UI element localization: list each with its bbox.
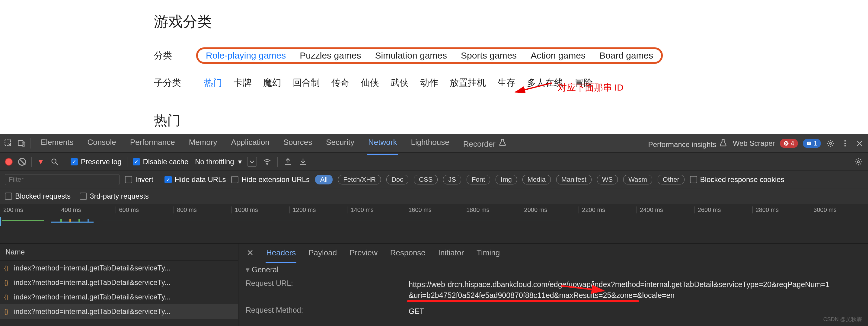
detail-tab-preview[interactable]: Preview bbox=[349, 244, 378, 262]
type-pill-js[interactable]: JS bbox=[443, 175, 461, 184]
record-button[interactable] bbox=[5, 158, 13, 166]
disclosure-triangle-icon: ▾ bbox=[246, 265, 252, 274]
wifi-icon[interactable] bbox=[262, 157, 272, 167]
type-pill-font[interactable]: Font bbox=[467, 175, 490, 184]
general-section[interactable]: ▾ General bbox=[246, 265, 861, 274]
blocked-cookies-checkbox[interactable]: Blocked response cookies bbox=[690, 175, 784, 184]
subcategory-item[interactable]: 放置挂机 bbox=[450, 77, 486, 89]
type-pill-fetch[interactable]: Fetch/XHR bbox=[338, 175, 381, 184]
third-party-checkbox[interactable]: 3rd-party requests bbox=[80, 192, 149, 201]
timeline-bars bbox=[0, 217, 868, 227]
subcategory-item[interactable]: 武侠 bbox=[391, 77, 409, 89]
error-badge[interactable]: 4 bbox=[780, 139, 798, 148]
detail-tab-payload[interactable]: Payload bbox=[308, 244, 337, 262]
kv-label: Request Method: bbox=[246, 306, 409, 315]
hide-ext-urls-checkbox[interactable]: Hide extension URLs bbox=[231, 175, 309, 184]
devtools-tabs: Elements Console Performance Memory Appl… bbox=[39, 134, 508, 153]
category-item[interactable]: Puzzles games bbox=[300, 51, 361, 61]
tick: 3000 ms bbox=[810, 206, 868, 213]
subcategory-label: 子分类 bbox=[154, 77, 196, 89]
type-pill-doc[interactable]: Doc bbox=[386, 175, 408, 184]
tick: 2000 ms bbox=[521, 206, 579, 213]
disable-cache-checkbox[interactable]: ✓Disable cache bbox=[133, 157, 189, 166]
flask-icon bbox=[718, 138, 728, 148]
inspect-icon[interactable] bbox=[4, 139, 13, 148]
tick: 800 ms bbox=[174, 206, 231, 213]
kv-value[interactable]: https://web-drcn.hispace.dbankcloud.com/… bbox=[409, 279, 861, 301]
svg-point-15 bbox=[858, 160, 860, 163]
kv-label: Request URL: bbox=[246, 279, 409, 288]
invert-checkbox[interactable]: Invert bbox=[125, 175, 153, 184]
detail-tab-initiator[interactable]: Initiator bbox=[438, 244, 464, 262]
clear-button[interactable] bbox=[18, 158, 26, 166]
tab-console[interactable]: Console bbox=[86, 134, 117, 153]
blocked-requests-checkbox[interactable]: Blocked requests bbox=[5, 192, 71, 201]
type-pill-all[interactable]: All bbox=[315, 175, 333, 184]
upload-icon[interactable] bbox=[283, 157, 293, 167]
detail-tab-response[interactable]: Response bbox=[390, 244, 426, 262]
gear-icon[interactable] bbox=[854, 157, 863, 167]
category-item[interactable]: Action games bbox=[531, 51, 586, 61]
tab-web-scraper[interactable]: Web Scraper bbox=[733, 139, 775, 148]
kebab-icon[interactable] bbox=[840, 139, 850, 148]
svg-point-11 bbox=[844, 145, 846, 146]
device-toolbar-icon[interactable] bbox=[17, 139, 27, 148]
tab-performance[interactable]: Performance bbox=[129, 134, 176, 153]
subcategory-item[interactable]: 卡牌 bbox=[234, 77, 252, 89]
type-pill-other[interactable]: Other bbox=[658, 175, 684, 184]
close-icon[interactable] bbox=[855, 139, 864, 148]
tab-lighthouse[interactable]: Lighthouse bbox=[409, 134, 450, 153]
filter-input[interactable] bbox=[5, 174, 120, 185]
category-item[interactable]: Board games bbox=[599, 51, 653, 61]
subcategory-item[interactable]: 热门 bbox=[204, 77, 222, 89]
network-timeline[interactable]: 200 ms 400 ms 600 ms 800 ms 1000 ms 1200… bbox=[0, 204, 868, 243]
detail-tab-timing[interactable]: Timing bbox=[476, 244, 500, 262]
request-row[interactable]: {}index?method=internal.getTabDetail&ser… bbox=[0, 304, 238, 319]
category-item[interactable]: Simulation games bbox=[375, 51, 447, 61]
tab-elements[interactable]: Elements bbox=[39, 134, 74, 153]
filter-toggle-icon[interactable]: ▼ bbox=[37, 157, 44, 166]
web-page-panel: 游戏分类 分类 Role-playing games Puzzles games… bbox=[0, 0, 868, 134]
tab-sources[interactable]: Sources bbox=[282, 134, 313, 153]
tab-network[interactable]: Network bbox=[367, 134, 398, 153]
tick: 2200 ms bbox=[579, 206, 637, 213]
type-pill-media[interactable]: Media bbox=[522, 175, 551, 184]
tab-application[interactable]: Application bbox=[230, 134, 271, 153]
svg-point-14 bbox=[267, 164, 268, 165]
type-pill-img[interactable]: Img bbox=[496, 175, 517, 184]
preserve-log-checkbox[interactable]: ✓Preserve log bbox=[71, 157, 122, 166]
request-row[interactable]: {}index?method=internal.getTabDetail&ser… bbox=[0, 290, 238, 304]
category-item[interactable]: Role-playing games bbox=[206, 51, 286, 61]
detail-tabs: ✕ Headers Payload Preview Response Initi… bbox=[239, 244, 868, 262]
type-pill-css[interactable]: CSS bbox=[414, 175, 438, 184]
subcategory-item[interactable]: 魔幻 bbox=[263, 77, 281, 89]
separator bbox=[31, 157, 32, 167]
type-pill-ws[interactable]: WS bbox=[597, 175, 618, 184]
search-icon[interactable] bbox=[50, 157, 59, 167]
info-badge[interactable]: 1 bbox=[803, 139, 821, 148]
download-icon[interactable] bbox=[298, 157, 308, 167]
type-pill-manifest[interactable]: Manifest bbox=[556, 175, 592, 184]
chevron-down-icon[interactable] bbox=[247, 157, 257, 167]
tab-performance-insights[interactable]: Performance insights bbox=[648, 138, 728, 149]
tab-security[interactable]: Security bbox=[325, 134, 355, 153]
subcategory-item[interactable]: 回合制 bbox=[293, 77, 320, 89]
category-item[interactable]: Sports games bbox=[461, 51, 517, 61]
timeline-bar bbox=[60, 219, 62, 222]
request-row[interactable]: {}index?method=internal.getTabDetail&ser… bbox=[0, 261, 238, 275]
tick: 600 ms bbox=[116, 206, 174, 213]
tab-memory[interactable]: Memory bbox=[188, 134, 218, 153]
subcategory-item[interactable]: 动作 bbox=[420, 77, 438, 89]
tab-recorder[interactable]: Recorder bbox=[462, 134, 508, 153]
request-row[interactable]: {}index?method=internal.getTabDetail&ser… bbox=[0, 275, 238, 290]
detail-tab-headers[interactable]: Headers bbox=[266, 244, 297, 262]
gear-icon[interactable] bbox=[826, 139, 835, 148]
throttling-select[interactable]: No throttling ▾ bbox=[195, 157, 242, 166]
subcategory-item[interactable]: 仙侠 bbox=[361, 77, 379, 89]
subcategory-item[interactable]: 传奇 bbox=[331, 77, 349, 89]
type-pill-wasm[interactable]: Wasm bbox=[623, 175, 652, 184]
hide-data-urls-checkbox[interactable]: ✓Hide data URLs bbox=[164, 175, 226, 184]
request-list-header[interactable]: Name bbox=[0, 244, 238, 261]
close-detail-button[interactable]: ✕ bbox=[246, 249, 254, 257]
tick: 1000 ms bbox=[231, 206, 289, 213]
